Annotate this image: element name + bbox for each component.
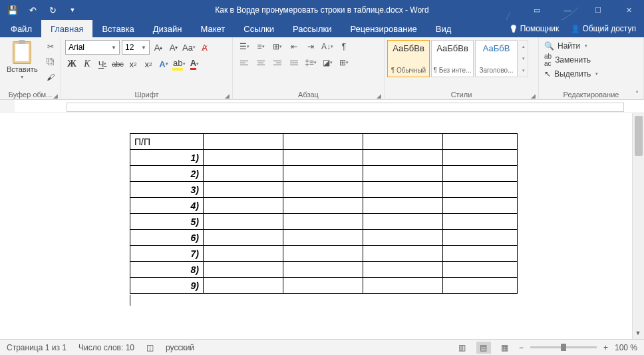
- style-no-spacing[interactable]: АаБбВв ¶ Без инте...: [431, 40, 474, 77]
- table-row[interactable]: 8): [130, 262, 518, 278]
- table-cell[interactable]: [204, 278, 283, 294]
- table-cell[interactable]: [363, 182, 443, 198]
- text-effects-icon[interactable]: A: [157, 57, 170, 71]
- save-icon[interactable]: 💾: [4, 1, 21, 19]
- table-cell[interactable]: [283, 198, 363, 214]
- italic-button[interactable]: К: [80, 57, 94, 71]
- table-cell[interactable]: [443, 150, 518, 166]
- table-cell[interactable]: 4): [130, 198, 204, 214]
- undo-icon[interactable]: ↶: [24, 1, 41, 19]
- shading-icon[interactable]: ◪: [320, 56, 335, 69]
- font-color-icon[interactable]: A: [188, 57, 201, 71]
- clipboard-dialog-icon[interactable]: ◢: [53, 93, 58, 99]
- share-button[interactable]: Общий доступ: [571, 24, 636, 33]
- bold-button[interactable]: Ж: [65, 57, 79, 71]
- underline-button[interactable]: Ч: [96, 57, 109, 71]
- table-cell[interactable]: [363, 278, 443, 294]
- show-marks-icon[interactable]: ¶: [337, 40, 351, 53]
- align-left-icon[interactable]: [237, 56, 251, 69]
- ruler[interactable]: [0, 100, 644, 113]
- table-cell[interactable]: П/П: [130, 134, 204, 150]
- align-right-icon[interactable]: [270, 56, 285, 69]
- table-cell[interactable]: [443, 246, 518, 262]
- zoom-in-icon[interactable]: +: [603, 343, 608, 352]
- copy-icon[interactable]: ⿻: [43, 55, 58, 69]
- sort-icon[interactable]: A↓: [320, 40, 335, 53]
- table-cell[interactable]: [204, 214, 283, 230]
- web-layout-icon[interactable]: ▦: [498, 342, 512, 354]
- table-cell[interactable]: 5): [130, 214, 204, 230]
- style-heading1[interactable]: АаБбВ Заголово...: [475, 40, 518, 77]
- font-size-combo[interactable]: 12▼: [122, 40, 150, 55]
- table-cell[interactable]: 3): [130, 182, 204, 198]
- replace-button[interactable]: abacЗаменить: [544, 53, 591, 67]
- grow-font-icon[interactable]: A▴: [152, 41, 165, 54]
- table-cell[interactable]: [283, 262, 363, 278]
- table-row[interactable]: 1): [130, 150, 518, 166]
- table-cell[interactable]: 2): [130, 166, 204, 182]
- proofing-icon[interactable]: ◫: [146, 343, 154, 352]
- select-button[interactable]: ↖Выделить▾: [544, 69, 598, 79]
- table-cell[interactable]: [283, 150, 363, 166]
- format-painter-icon[interactable]: 🖌: [43, 71, 58, 84]
- table-cell[interactable]: [443, 182, 518, 198]
- table-cell[interactable]: [443, 278, 518, 294]
- tell-me[interactable]: Помощник: [509, 24, 560, 33]
- table-cell[interactable]: 7): [130, 246, 204, 262]
- table-cell[interactable]: 6): [130, 230, 204, 246]
- table-row[interactable]: 7): [130, 246, 518, 262]
- table-cell[interactable]: [204, 198, 283, 214]
- styles-more-icon[interactable]: ▴▾▾: [519, 40, 528, 77]
- table-row[interactable]: 9): [130, 278, 518, 294]
- tab-file[interactable]: Файл: [1, 20, 41, 37]
- decrease-indent-icon[interactable]: ⇤: [287, 40, 301, 53]
- line-spacing-icon[interactable]: ‡≡: [303, 56, 318, 69]
- tab-insert[interactable]: Вставка: [92, 20, 143, 37]
- styles-dialog-icon[interactable]: ◢: [531, 93, 536, 99]
- table-cell[interactable]: [204, 230, 283, 246]
- zoom-out-icon[interactable]: −: [519, 343, 524, 352]
- paste-button[interactable]: Вставить ▼: [4, 40, 41, 81]
- clear-formatting-icon[interactable]: A̷: [198, 41, 211, 54]
- tab-review[interactable]: Рецензирование: [341, 20, 426, 37]
- table-cell[interactable]: [443, 214, 518, 230]
- word-count[interactable]: Число слов: 10: [79, 343, 134, 352]
- bullets-icon[interactable]: ☰: [237, 40, 251, 53]
- cut-icon[interactable]: ✂: [43, 40, 58, 53]
- table-row[interactable]: П/П: [130, 134, 518, 150]
- zoom-slider[interactable]: [530, 346, 597, 348]
- table-cell[interactable]: [363, 166, 443, 182]
- table-cell[interactable]: [283, 134, 363, 150]
- table-cell[interactable]: [363, 262, 443, 278]
- style-normal[interactable]: АаБбВв ¶ Обычный: [387, 40, 430, 77]
- scroll-down-icon[interactable]: ▼: [632, 327, 644, 339]
- increase-indent-icon[interactable]: ⇥: [303, 40, 318, 53]
- table-cell[interactable]: [283, 278, 363, 294]
- paragraph-dialog-icon[interactable]: ◢: [377, 93, 381, 99]
- table-cell[interactable]: [443, 134, 518, 150]
- collapse-ribbon-icon[interactable]: ˄: [631, 89, 643, 98]
- table-cell[interactable]: [443, 198, 518, 214]
- table-cell[interactable]: 1): [130, 150, 204, 166]
- table-cell[interactable]: [443, 230, 518, 246]
- table-cell[interactable]: [363, 214, 443, 230]
- shrink-font-icon[interactable]: A▾: [167, 41, 180, 54]
- language-indicator[interactable]: русский: [166, 343, 194, 352]
- table-cell[interactable]: [283, 230, 363, 246]
- find-button[interactable]: 🔍Найти▾: [544, 41, 587, 51]
- table-cell[interactable]: [283, 246, 363, 262]
- font-dialog-icon[interactable]: ◢: [225, 93, 230, 99]
- tab-mailings[interactable]: Рассылки: [283, 20, 341, 37]
- document-table[interactable]: П/П1)2)3)4)5)6)7)8)9): [130, 133, 518, 294]
- strikethrough-button[interactable]: abc: [111, 57, 124, 71]
- table-cell[interactable]: 9): [130, 278, 204, 294]
- table-cell[interactable]: [204, 246, 283, 262]
- tab-references[interactable]: Ссылки: [234, 20, 283, 37]
- align-center-icon[interactable]: [253, 56, 268, 69]
- redo-icon[interactable]: ↻: [44, 1, 61, 19]
- table-cell[interactable]: [204, 166, 283, 182]
- table-cell[interactable]: [204, 150, 283, 166]
- tab-home[interactable]: Главная: [41, 20, 92, 37]
- tab-view[interactable]: Вид: [426, 20, 461, 37]
- subscript-button[interactable]: x2: [126, 57, 140, 71]
